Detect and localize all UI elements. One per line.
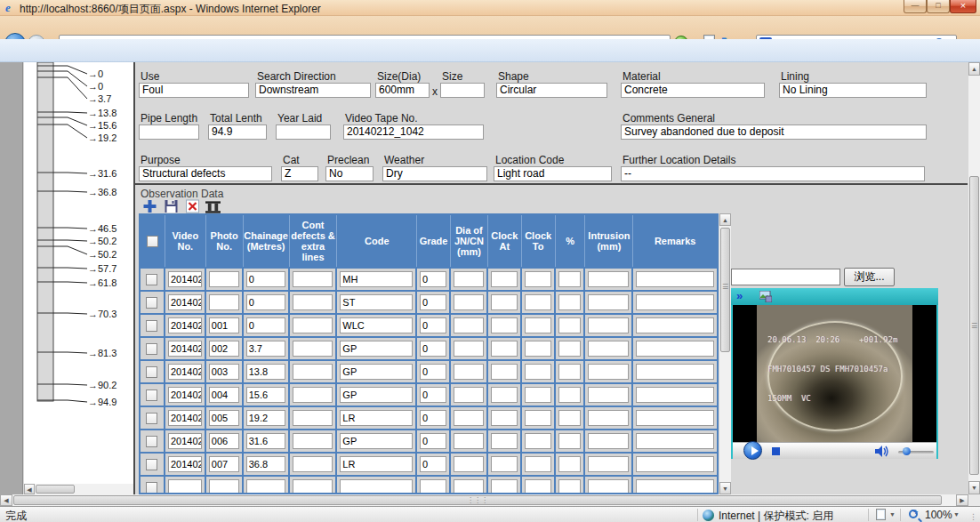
scrollbar-thumb[interactable] <box>36 485 75 494</box>
cell-input[interactable]: 003 <box>209 364 239 380</box>
cell-input[interactable] <box>293 364 333 380</box>
cell-input[interactable] <box>454 294 484 310</box>
left-frame-hscrollbar[interactable]: ◀ <box>24 484 133 494</box>
delete-row-icon[interactable] <box>185 199 200 213</box>
cell-input[interactable]: 19.2 <box>246 410 285 426</box>
cell-input[interactable] <box>525 387 551 403</box>
cell-input[interactable] <box>558 387 582 403</box>
cell-input[interactable]: 201402 <box>168 410 202 426</box>
cell-input[interactable] <box>558 271 582 287</box>
cell-input[interactable]: 0 <box>420 271 446 287</box>
cell-input[interactable] <box>491 479 518 494</box>
cell-input[interactable] <box>636 294 714 310</box>
cell-input[interactable] <box>558 479 582 494</box>
cell-input[interactable] <box>558 433 582 449</box>
cell-input[interactable]: 31.6 <box>246 433 285 449</box>
cell-input[interactable] <box>491 364 518 380</box>
cell-input[interactable] <box>491 456 518 472</box>
minimize-button[interactable]: — <box>904 0 927 13</box>
film-strip-icon[interactable] <box>205 200 221 214</box>
cell-input[interactable] <box>420 479 446 494</box>
cell-input[interactable]: 001 <box>209 317 239 333</box>
cat-field[interactable]: Z <box>281 166 318 181</box>
search-direction-field[interactable]: Downstream <box>255 83 371 98</box>
row-checkbox[interactable] <box>146 459 157 470</box>
row-checkbox[interactable] <box>146 436 157 447</box>
cell-input[interactable] <box>525 410 551 426</box>
close-button[interactable]: × <box>950 0 976 13</box>
cell-input[interactable]: 0 <box>420 364 446 380</box>
cell-input[interactable]: 0 <box>420 433 446 449</box>
cell-input[interactable] <box>588 364 629 380</box>
maximize-button[interactable]: □ <box>927 0 950 13</box>
video-file-input[interactable] <box>731 269 840 285</box>
add-row-icon[interactable] <box>142 199 157 213</box>
cell-input[interactable]: 0 <box>420 387 446 403</box>
cell-input[interactable]: 004 <box>209 387 239 403</box>
cell-input[interactable] <box>491 294 518 310</box>
zoom-dropdown-icon[interactable]: ▼ <box>953 511 960 518</box>
snapshot-icon[interactable] <box>759 291 772 302</box>
cell-input[interactable] <box>636 364 714 380</box>
cell-input[interactable] <box>558 317 582 333</box>
use-field[interactable]: Foul <box>139 83 249 98</box>
purpose-field[interactable]: Structural defects <box>139 166 272 181</box>
cell-input[interactable] <box>454 271 484 287</box>
browse-button[interactable]: 浏览... <box>844 268 895 286</box>
cell-input[interactable] <box>293 433 333 449</box>
cell-input[interactable] <box>588 341 629 357</box>
cell-input[interactable]: 201402 <box>168 456 202 472</box>
row-checkbox[interactable] <box>146 297 157 309</box>
cell-input[interactable] <box>454 341 484 357</box>
size-dia-field[interactable]: 600mm <box>375 83 430 98</box>
pipe-length-field[interactable] <box>139 124 199 140</box>
row-checkbox[interactable] <box>146 413 157 424</box>
row-checkbox[interactable] <box>146 389 157 401</box>
comments-general-field[interactable]: Survey abandoned due to deposit <box>621 124 927 140</box>
further-location-details-field[interactable]: -- <box>621 166 925 181</box>
video-tape-no-field[interactable]: 20140212_1042 <box>343 124 484 140</box>
cell-input[interactable] <box>636 387 714 403</box>
lining-field[interactable]: No Lining <box>779 83 927 98</box>
cell-input[interactable]: 201402 <box>168 271 202 287</box>
size-field[interactable] <box>440 83 485 98</box>
cell-input[interactable]: LR <box>340 456 413 472</box>
resize-grip[interactable]: ⋮⋮ <box>969 512 980 521</box>
row-checkbox[interactable] <box>146 343 157 355</box>
cell-input[interactable] <box>525 341 551 357</box>
scroll-down-icon[interactable]: ▼ <box>968 481 980 494</box>
scroll-up-icon[interactable]: ▲ <box>968 62 980 76</box>
cell-input[interactable]: 201402 <box>168 317 202 333</box>
stop-playback-button[interactable] <box>772 447 780 455</box>
cell-input[interactable]: MH <box>340 271 413 287</box>
cell-input[interactable]: 13.8 <box>246 364 285 380</box>
cell-input[interactable] <box>168 479 202 494</box>
cell-input[interactable] <box>558 364 582 380</box>
cell-input[interactable] <box>454 410 484 426</box>
material-field[interactable]: Concrete <box>621 83 765 98</box>
scroll-left-icon[interactable]: ◀ <box>0 494 12 506</box>
cell-input[interactable] <box>636 479 714 494</box>
cell-input[interactable] <box>588 479 629 494</box>
cell-input[interactable]: 007 <box>209 456 239 472</box>
cell-input[interactable] <box>491 410 518 426</box>
preclean-field[interactable]: No <box>325 166 374 181</box>
cell-input[interactable]: 0 <box>246 317 285 333</box>
cell-input[interactable] <box>588 410 629 426</box>
cell-input[interactable] <box>209 294 239 310</box>
cell-input[interactable] <box>525 317 551 333</box>
volume-icon[interactable] <box>875 446 889 457</box>
cell-input[interactable]: 201402 <box>168 433 202 449</box>
cell-input[interactable] <box>636 410 714 426</box>
cell-input[interactable]: GP <box>340 387 413 403</box>
cell-input[interactable]: 0 <box>246 294 285 310</box>
cell-input[interactable]: 201402 <box>168 294 202 310</box>
cell-input[interactable] <box>525 271 551 287</box>
cell-input[interactable] <box>491 341 518 357</box>
cell-input[interactable] <box>209 271 239 287</box>
cell-input[interactable] <box>558 341 582 357</box>
play-button[interactable] <box>743 441 762 460</box>
cell-input[interactable] <box>636 433 714 449</box>
cell-input[interactable] <box>293 271 333 287</box>
cell-input[interactable]: ST <box>340 294 413 310</box>
